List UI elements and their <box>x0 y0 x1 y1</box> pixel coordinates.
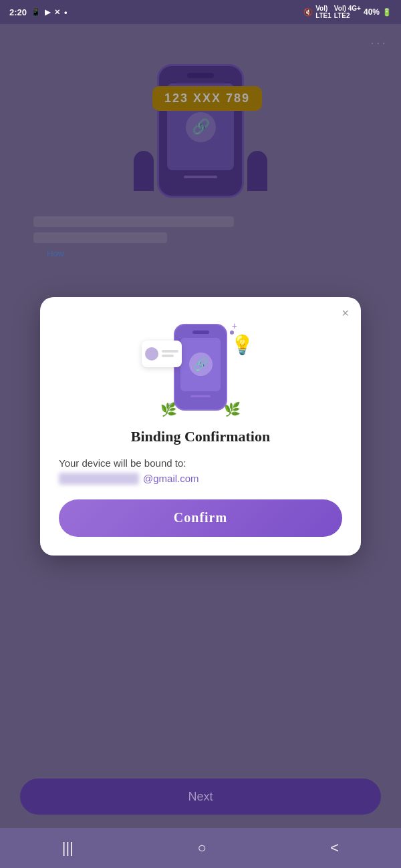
mute-icon: 🔇 <box>303 8 313 17</box>
status-right: 🔇 Vol)LTE1 Vol) 4G+LTE2 40% 🔋 <box>303 5 392 19</box>
modal-card-left <box>142 341 182 367</box>
bottom-navigation: ||| ○ < <box>0 828 401 868</box>
next-button-container: Next <box>20 779 381 815</box>
modal-illustration: + + + 🔗 <box>147 317 254 417</box>
card-line-1 <box>162 350 178 353</box>
card-lines <box>162 350 178 357</box>
modal-close-button[interactable]: × <box>342 306 349 320</box>
modal-email-row: @gmail.com <box>59 473 342 485</box>
modal-dialog: × + + + <box>40 297 361 556</box>
modal-phone: 🔗 <box>174 324 227 411</box>
dot-icon: • <box>64 7 68 17</box>
modal-phone-notch <box>192 331 209 334</box>
home-icon[interactable]: ○ <box>198 839 207 857</box>
battery: 40% <box>364 7 380 17</box>
modal-title: Binding Confirmation <box>131 428 270 445</box>
email-suffix: @gmail.com <box>143 473 199 484</box>
youtube-icon: ▶ <box>45 8 50 17</box>
recent-apps-icon[interactable]: ||| <box>62 839 74 857</box>
modal-chain-icon: 🔗 <box>189 353 213 376</box>
whatsapp-icon: 📱 <box>31 7 41 17</box>
time: 2:20 <box>9 7 27 17</box>
card-line-2 <box>162 355 174 357</box>
email-blurred <box>59 473 139 485</box>
modal-phone-bottom-bar <box>190 395 211 397</box>
lightbulb-icon: 💡 <box>231 334 254 356</box>
x-icon: ✕ <box>54 8 60 17</box>
modal-description: Your device will be bound to: <box>59 457 342 469</box>
signal-lte1: Vol)LTE1 <box>315 5 331 19</box>
background-page: ··· 123 XXX 789 🔗 How × + + <box>0 24 401 868</box>
status-bar: 2:20 📱 ▶ ✕ • 🔇 Vol)LTE1 Vol) 4G+LTE2 40%… <box>0 0 401 24</box>
plus-icon-2: + <box>232 320 237 331</box>
back-icon[interactable]: < <box>330 839 339 857</box>
signal-lte2: Vol) 4G+LTE2 <box>334 5 361 19</box>
status-left: 2:20 📱 ▶ ✕ • <box>9 7 68 17</box>
confirm-button[interactable]: Confirm <box>59 499 342 537</box>
overlay: × + + + <box>0 24 401 868</box>
battery-icon: 🔋 <box>382 8 392 17</box>
modal-phone-screen: 🔗 <box>180 338 221 391</box>
next-button[interactable]: Next <box>20 779 381 815</box>
avatar-small <box>145 347 158 361</box>
